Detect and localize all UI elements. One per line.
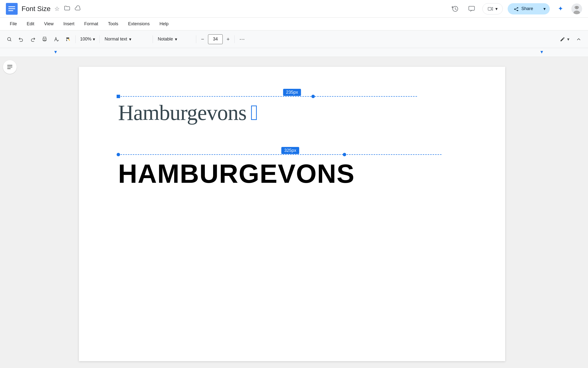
collapse-toolbar-button[interactable] — [573, 34, 584, 45]
selection-border-top — [118, 96, 417, 97]
text-block-2: 325px HAMBURGEVONS — [118, 149, 466, 193]
text-line-2[interactable]: HAMBURGEVONS — [118, 149, 466, 193]
share-button[interactable]: Share — [508, 3, 539, 14]
svg-rect-5 — [488, 7, 491, 10]
zoom-selector[interactable]: 100% ▾ — [78, 35, 98, 43]
svg-rect-17 — [43, 38, 47, 40]
selection-dot-right-2 — [343, 153, 346, 156]
svg-rect-3 — [8, 10, 13, 11]
separator-3 — [153, 35, 153, 43]
selection-dot-left-2 — [117, 153, 120, 156]
menu-edit[interactable]: Edit — [23, 19, 38, 28]
style-selector[interactable]: Normal text ▾ — [102, 35, 151, 43]
more-options-button[interactable]: ⋯ — [237, 34, 247, 45]
text-block-1: 235px Hamburgevons 𝒝 — [118, 91, 466, 130]
menu-extensions[interactable]: Extensions — [124, 19, 154, 28]
svg-rect-1 — [8, 6, 15, 7]
sidebar-toggle[interactable] — [3, 60, 17, 74]
scrollbar[interactable] — [584, 57, 588, 368]
share-chevron[interactable]: ▾ — [539, 3, 550, 14]
svg-rect-8 — [517, 10, 518, 11]
avatar[interactable] — [571, 3, 582, 14]
svg-rect-6 — [514, 9, 515, 10]
meet-button[interactable]: ▾ — [482, 3, 503, 14]
ruler-indent-left[interactable]: ▼ — [53, 50, 58, 55]
comments-icon[interactable] — [466, 3, 478, 15]
svg-rect-4 — [469, 6, 474, 10]
menu-tools[interactable]: Tools — [104, 19, 122, 28]
search-button[interactable] — [4, 34, 15, 45]
selection-dot-left — [117, 95, 120, 98]
svg-rect-18 — [44, 39, 45, 41]
spellcheck-button[interactable] — [51, 34, 62, 45]
separator-2 — [99, 35, 100, 43]
font-selector[interactable]: Notable ▾ — [155, 35, 194, 43]
toolbar: 100% ▾ Normal text ▾ Notable ▾ − + ⋯ ▾ — [0, 30, 588, 48]
selection-border-2 — [118, 154, 441, 155]
font-size-minus[interactable]: − — [198, 35, 207, 44]
paint-format-button[interactable] — [63, 34, 74, 45]
header-right: ▾ Share ▾ ✦ — [449, 3, 582, 15]
menu-insert[interactable]: Insert — [60, 19, 78, 28]
zoom-value: 100% — [80, 37, 91, 42]
menu-help[interactable]: Help — [156, 19, 172, 28]
document-page[interactable]: 235px Hamburgevons 𝒝 325 — [79, 67, 505, 361]
cloud-icon[interactable] — [74, 5, 81, 13]
menu-view[interactable]: View — [40, 19, 58, 28]
text-hamburgevons-1: Hamburgevons — [118, 101, 246, 125]
editing-mode-button[interactable]: ▾ — [557, 35, 572, 43]
separator-1 — [75, 35, 76, 43]
share-button-wrapper[interactable]: Share ▾ — [508, 3, 550, 14]
history-icon[interactable] — [449, 3, 461, 15]
app-icon[interactable] — [6, 3, 18, 15]
page-wrapper: 235px Hamburgevons 𝒝 325 — [0, 57, 584, 368]
gemini-icon[interactable]: ✦ — [555, 3, 566, 15]
doc-title[interactable]: Font Size — [22, 5, 50, 13]
share-label: Share — [521, 6, 533, 11]
size-badge-2: 325px — [281, 147, 299, 154]
folder-icon[interactable] — [64, 5, 71, 13]
redo-button[interactable] — [27, 34, 38, 45]
title-bar: Font Size ☆ ▾ Share — [0, 0, 588, 18]
doc-content: 235px Hamburgevons 𝒝 325 — [118, 81, 466, 193]
size-badge-1: 235px — [283, 89, 301, 96]
title-icons: ☆ — [54, 5, 81, 13]
editing-mode-label: ▾ — [567, 37, 569, 42]
svg-rect-7 — [517, 7, 518, 8]
menu-format[interactable]: Format — [80, 19, 102, 28]
font-size-control: − + — [198, 34, 233, 44]
star-icon[interactable]: ☆ — [54, 5, 60, 12]
ruler: ▼ ▼ — [0, 48, 588, 57]
separator-5 — [234, 35, 235, 43]
font-chevron: ▾ — [175, 37, 177, 42]
style-label: Normal text — [105, 37, 127, 42]
svg-rect-16 — [43, 37, 46, 38]
style-chevron: ▾ — [129, 37, 131, 42]
svg-rect-2 — [8, 8, 15, 9]
print-button[interactable] — [39, 34, 50, 45]
undo-button[interactable] — [16, 34, 26, 45]
svg-rect-19 — [66, 39, 67, 41]
text-line-1[interactable]: Hamburgevons 𝒝 — [118, 91, 466, 130]
menu-file[interactable]: File — [6, 19, 21, 28]
font-size-input[interactable] — [208, 34, 223, 44]
text-cursor: 𝒝 — [250, 101, 258, 125]
ruler-indent-right[interactable]: ▼ — [539, 50, 544, 55]
font-size-plus[interactable]: + — [224, 35, 233, 44]
doc-area: 235px Hamburgevons 𝒝 325 — [0, 57, 588, 368]
meet-label: ▾ — [495, 6, 498, 12]
font-label: Notable — [158, 37, 173, 42]
separator-4 — [196, 35, 196, 43]
zoom-chevron: ▾ — [93, 37, 95, 42]
menu-bar: File Edit View Insert Format Tools Exten… — [0, 18, 588, 30]
